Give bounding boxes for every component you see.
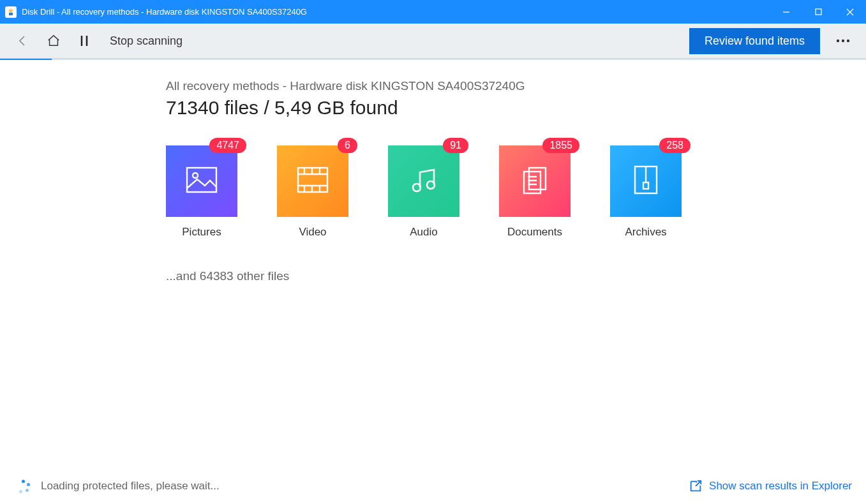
category-label: Pictures (182, 226, 221, 239)
category-tile: 1855 (499, 145, 571, 217)
main-content: All recovery methods - Hardware disk KIN… (0, 60, 866, 468)
category-video[interactable]: 6Video (277, 145, 348, 239)
svg-rect-1 (9, 13, 13, 15)
category-label: Archives (625, 226, 666, 239)
svg-rect-11 (187, 168, 216, 192)
home-button[interactable] (41, 28, 66, 54)
scan-headline: 71340 files / 5,49 GB found (166, 97, 866, 119)
show-in-explorer-label: Show scan results in Explorer (709, 480, 852, 493)
category-archives[interactable]: 258Archives (610, 145, 682, 239)
image-icon (186, 167, 218, 196)
svg-rect-31 (643, 182, 648, 189)
category-tile: 258 (610, 145, 682, 217)
svg-rect-3 (816, 9, 821, 15)
svg-point-0 (9, 9, 13, 13)
review-found-items-button[interactable]: Review found items (689, 28, 820, 54)
toolbar: Stop scanning Review found items (0, 24, 866, 59)
category-count-badge: 4747 (209, 138, 246, 153)
category-tile: 4747 (166, 145, 237, 217)
loading-spinner-icon (14, 477, 32, 495)
other-files-text: ...and 64383 other files (166, 269, 866, 283)
svg-point-8 (837, 40, 839, 42)
category-label: Video (299, 226, 326, 239)
svg-point-12 (193, 173, 198, 178)
music-icon (410, 166, 438, 196)
category-count-badge: 6 (338, 138, 357, 153)
more-menu-button[interactable] (830, 28, 856, 54)
maximize-button[interactable] (802, 0, 834, 24)
footer: Loading protected files, please wait... … (0, 468, 866, 504)
category-label: Audio (410, 226, 437, 239)
back-button[interactable] (10, 28, 36, 54)
category-audio[interactable]: 91Audio (388, 145, 459, 239)
scan-progress-bar (0, 59, 866, 60)
film-icon (297, 167, 329, 196)
document-icon (520, 165, 549, 197)
pause-button[interactable] (71, 28, 97, 54)
scan-subtitle: All recovery methods - Hardware disk KIN… (166, 79, 866, 93)
titlebar: Disk Drill - All recovery methods - Hard… (0, 0, 866, 24)
minimize-button[interactable] (770, 0, 802, 24)
category-tile: 6 (277, 145, 348, 217)
app-icon (5, 6, 17, 18)
close-button[interactable] (834, 0, 866, 24)
stop-scanning-label[interactable]: Stop scanning (110, 34, 183, 48)
category-label: Documents (507, 226, 562, 239)
window-title: Disk Drill - All recovery methods - Hard… (22, 7, 770, 17)
category-count-badge: 258 (659, 138, 691, 153)
archive-icon (633, 165, 659, 198)
category-count-badge: 91 (443, 138, 468, 153)
category-count-badge: 1855 (542, 138, 579, 153)
category-documents[interactable]: 1855Documents (499, 145, 571, 239)
svg-point-9 (842, 40, 844, 42)
svg-point-10 (847, 40, 849, 42)
category-grid: 4747Pictures6Video91Audio1855Documents25… (166, 145, 866, 239)
category-pictures[interactable]: 4747Pictures (166, 145, 237, 239)
window-controls (770, 0, 866, 24)
footer-status-text: Loading protected files, please wait... (41, 480, 689, 493)
show-in-explorer-link[interactable]: Show scan results in Explorer (689, 479, 852, 493)
category-tile: 91 (388, 145, 459, 217)
